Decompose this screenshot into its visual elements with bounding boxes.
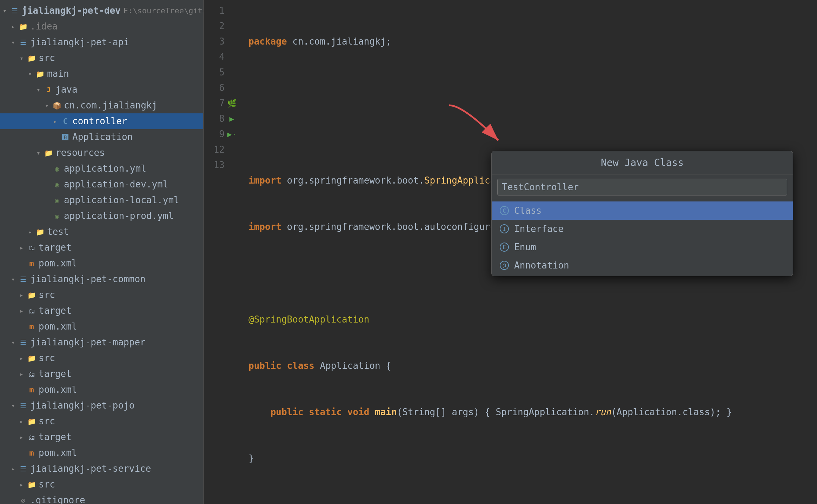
tree-item-common[interactable]: jialiangkj-pet-common xyxy=(0,271,203,287)
run-sub-icon[interactable]: ▶› xyxy=(225,130,239,139)
resources-folder-icon: 📁 xyxy=(44,148,53,158)
yaml-icon xyxy=(52,180,62,190)
target-folder-icon: 🗂 xyxy=(27,306,36,316)
controller-icon: C xyxy=(60,117,70,126)
module-icon xyxy=(18,401,28,411)
tree-item-service[interactable]: jialiangkj-pet-service xyxy=(0,461,203,477)
tree-label: .idea xyxy=(30,20,58,33)
tree-item-pom-mapper[interactable]: pom.xml xyxy=(0,382,203,398)
folder-icon: 📁 xyxy=(27,417,36,426)
tree-label: .gitignore xyxy=(30,493,85,504)
tree-item-src-pojo[interactable]: 📁 src xyxy=(0,413,203,429)
gutter-line-13: 13 xyxy=(204,157,241,173)
tree-label: target xyxy=(39,367,72,381)
tree-label: src xyxy=(39,351,55,365)
arrow-icon xyxy=(20,369,27,379)
arrow-icon xyxy=(28,69,35,79)
tree-item-pom-api[interactable]: pom.xml xyxy=(0,256,203,271)
tree-item-src-service[interactable]: 📁 src xyxy=(0,477,203,492)
module-icon xyxy=(18,274,28,284)
enum-item-label: Enum xyxy=(514,242,536,252)
tree-item-target-mapper[interactable]: 🗂 target xyxy=(0,366,203,382)
svg-text:@: @ xyxy=(503,263,506,269)
tree-item-mapper[interactable]: jialiangkj-pet-mapper xyxy=(0,334,203,350)
tree-item-pojo[interactable]: jialiangkj-pet-pojo xyxy=(0,398,203,413)
tree-item-pom-common[interactable]: pom.xml xyxy=(0,319,203,334)
tree-label: pom.xml xyxy=(39,320,77,333)
arrow-icon xyxy=(20,432,27,442)
arrow-icon xyxy=(36,85,44,94)
line-num: 12 xyxy=(204,144,225,155)
target-folder-icon: 🗂 xyxy=(27,369,36,379)
tree-item-src-mapper[interactable]: 📁 src xyxy=(0,350,203,366)
project-sidebar[interactable]: jialiangkj-pet-dev E:\sourceTree\gitee\j… xyxy=(0,0,204,504)
arrow-icon xyxy=(20,353,27,363)
file-tree: jialiangkj-pet-dev E:\sourceTree\gitee\j… xyxy=(0,0,203,504)
tree-label: jialiangkj-pet-mapper xyxy=(30,336,146,349)
folder-icon: 📁 xyxy=(27,480,36,490)
java-folder-icon xyxy=(44,85,53,95)
pom-icon xyxy=(27,259,36,268)
gutter-line-4: 4 xyxy=(204,49,241,65)
folder-icon: 📁 xyxy=(27,53,36,63)
new-class-name-input[interactable] xyxy=(497,179,787,195)
line-num: 2 xyxy=(204,21,225,31)
tree-label: test xyxy=(47,225,69,239)
tree-item-src-api[interactable]: 📁 src xyxy=(0,50,203,66)
tree-item-api[interactable]: jialiangkj-pet-api xyxy=(0,34,203,50)
line-num: 4 xyxy=(204,52,225,62)
tree-item-target-pojo[interactable]: 🗂 target xyxy=(0,429,203,445)
popup-item-enum[interactable]: E Enum xyxy=(492,238,793,256)
arrow-icon xyxy=(20,243,27,252)
arrow-icon xyxy=(20,480,27,489)
arrow-icon xyxy=(11,338,18,347)
class-type-icon: C xyxy=(499,205,510,216)
tree-item-java[interactable]: java xyxy=(0,82,203,98)
popup-item-class[interactable]: C Class xyxy=(492,201,793,220)
tree-label: target xyxy=(39,241,72,254)
pom-icon xyxy=(27,448,36,458)
tree-item-app-local-yml[interactable]: application-local.yml xyxy=(0,192,203,208)
line-number-gutter: 1 2 3 4 5 6 7 xyxy=(204,0,241,504)
tree-label: application.yml xyxy=(64,162,146,175)
tree-item-target-api[interactable]: 🗂 target xyxy=(0,240,203,256)
tree-item-application[interactable]: 🅰 Application xyxy=(0,129,203,145)
tree-item-gitignore[interactable]: .gitignore xyxy=(0,492,203,504)
tree-item-controller[interactable]: C controller xyxy=(0,113,203,129)
pom-icon xyxy=(27,322,36,332)
tree-label: src xyxy=(39,478,55,491)
tree-item-main[interactable]: 📁 main xyxy=(0,66,203,82)
tree-item-root[interactable]: jialiangkj-pet-dev E:\sourceTree\gitee\j… xyxy=(0,3,203,19)
target-folder-icon: 🗂 xyxy=(27,432,36,442)
popup-item-interface[interactable]: I Interface xyxy=(492,220,793,238)
tree-label: jialiangkj-pet-common xyxy=(30,272,146,286)
tree-item-package[interactable]: 📦 cn.com.jialiangkj xyxy=(0,98,203,113)
class-item-label: Class xyxy=(514,205,542,216)
module-icon xyxy=(18,38,28,47)
new-java-class-popup[interactable]: New Java Class C Class xyxy=(491,151,793,276)
gutter-line-1: 1 xyxy=(204,3,241,18)
line-num: 8 xyxy=(204,113,225,124)
arrow-icon xyxy=(53,117,60,126)
module-icon xyxy=(18,464,28,474)
tree-item-src-common[interactable]: 📁 src xyxy=(0,287,203,303)
folder-icon: 📁 xyxy=(27,290,36,300)
annotation-item-label: Annotation xyxy=(514,260,569,271)
tree-item-app-dev-yml[interactable]: application-dev.yml xyxy=(0,177,203,192)
tree-item-app-prod-yml[interactable]: application-prod.yml xyxy=(0,208,203,224)
code-line-8: public class Application { xyxy=(248,358,817,373)
tree-item-pom-pojo[interactable]: pom.xml xyxy=(0,445,203,461)
tree-item-test[interactable]: 📁 test xyxy=(0,224,203,240)
run-icon[interactable]: ▶ xyxy=(225,114,239,123)
tree-item-target-common[interactable]: 🗂 target xyxy=(0,303,203,319)
tree-item-resources[interactable]: 📁 resources xyxy=(0,145,203,161)
arrow-icon xyxy=(11,401,18,410)
svg-text:C: C xyxy=(503,207,506,214)
tree-item-app-yml[interactable]: application.yml xyxy=(0,161,203,177)
tree-label: pom.xml xyxy=(39,383,77,397)
tree-item-idea[interactable]: 📁 .idea xyxy=(0,19,203,34)
popup-item-annotation[interactable]: @ Annotation xyxy=(492,256,793,274)
arrow-icon xyxy=(11,22,18,31)
tree-label: jialiangkj-pet-dev xyxy=(22,4,121,18)
tree-label: main xyxy=(47,67,69,81)
